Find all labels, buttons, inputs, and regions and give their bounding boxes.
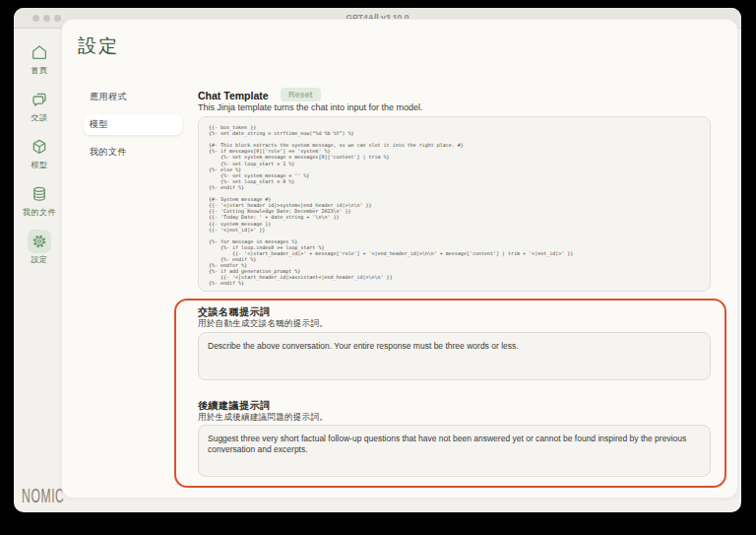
- sidebar-item-label: 模型: [14, 160, 65, 170]
- page-title: 設定: [78, 33, 119, 59]
- sidebar-item-localdocs[interactable]: 我的文件: [14, 182, 65, 218]
- sidebar-item-label: 我的文件: [14, 207, 65, 218]
- sidebar-item-home[interactable]: 首頁: [14, 40, 65, 76]
- followup-prompt-title: 後續建議提示詞: [198, 399, 271, 413]
- sidebar-item-settings[interactable]: 設定: [14, 230, 65, 265]
- sidebar: 首頁 交談 模型 我的文件: [14, 29, 65, 512]
- followup-prompt-description: 用於生成後續建議問題的提示詞。: [198, 412, 328, 424]
- chat-name-prompt-description: 用於自動生成交談名稱的提示詞。: [198, 318, 328, 330]
- sidebar-item-chats[interactable]: 交談: [14, 88, 65, 123]
- sidebar-item-label: 首頁: [14, 65, 65, 76]
- settings-nav-localdocs[interactable]: 我的文件: [84, 142, 182, 163]
- sidebar-item-models[interactable]: 模型: [14, 135, 65, 170]
- chat-template-title: Chat Template: [198, 90, 269, 101]
- followup-prompt-input[interactable]: Suggest three very short factual follow-…: [198, 425, 711, 477]
- settings-nav-application[interactable]: 應用程式: [84, 87, 182, 107]
- reset-button[interactable]: Reset: [281, 88, 321, 101]
- settings-nav-model[interactable]: 模型: [84, 114, 182, 135]
- chat-template-editor[interactable]: {{- bos_token }} {%- set date_string = s…: [198, 116, 711, 292]
- sidebar-item-label: 交談: [14, 112, 65, 123]
- gear-icon: [28, 230, 51, 253]
- models-icon: [28, 135, 51, 159]
- home-icon: [28, 40, 51, 64]
- app-window: GPT4All v3.10.0 首頁 交談 模型: [14, 8, 741, 512]
- localdocs-icon: [28, 182, 51, 206]
- settings-panel: 設定 應用程式 模型 我的文件 Chat Template Reset This…: [61, 19, 738, 499]
- chats-icon: [28, 88, 51, 111]
- screenshot-stage: GPT4All v3.10.0 首頁 交談 模型: [0, 0, 756, 535]
- chat-template-description: This Jinja template turns the chat into …: [198, 102, 423, 112]
- chat-name-prompt-title: 交談名稱提示詞: [198, 305, 271, 319]
- chat-template-code: {{- bos_token }} {%- set date_string = s…: [209, 124, 700, 287]
- chat-name-prompt-input[interactable]: Describe the above conversation. Your en…: [198, 332, 711, 380]
- nomic-logo: NOMIC: [22, 484, 65, 507]
- sidebar-item-label: 設定: [14, 254, 65, 265]
